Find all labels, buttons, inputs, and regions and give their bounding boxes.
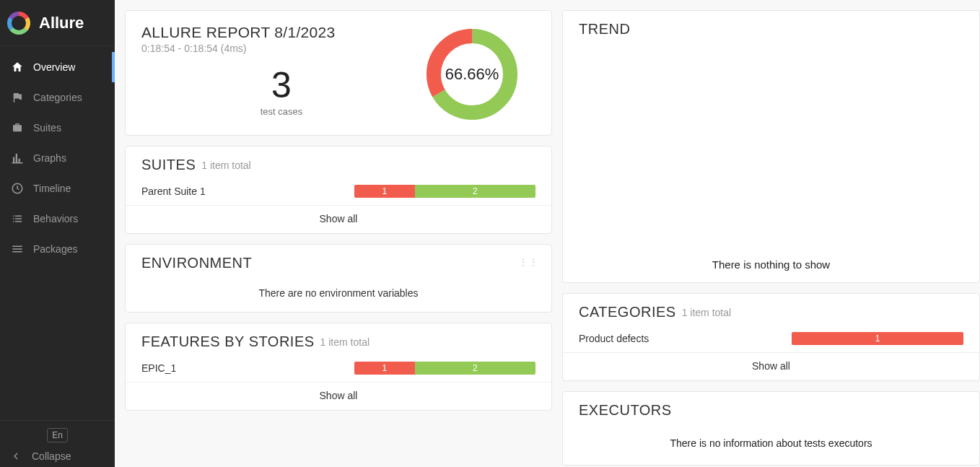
- chevron-left-icon: [9, 450, 23, 463]
- pass-rate-donut: 66.66%: [421, 24, 522, 125]
- executors-empty: There is no information about tests exec…: [563, 424, 979, 465]
- suite-name: Parent Suite 1: [141, 186, 354, 197]
- failed-segment: 1: [354, 185, 415, 198]
- brand[interactable]: Allure: [0, 0, 115, 46]
- executors-title: EXECUTORS: [579, 402, 672, 419]
- feature-name: EPIC_1: [141, 362, 354, 374]
- menu-icon: [10, 242, 25, 256]
- category-row[interactable]: Product defects 1: [563, 326, 979, 352]
- failed-segment: 1: [792, 332, 963, 345]
- home-icon: [10, 60, 25, 74]
- features-panel: FEATURES BY STORIES 1 item total EPIC_1 …: [125, 323, 552, 411]
- sidebar-item-categories[interactable]: Categories: [0, 82, 115, 113]
- suite-status-bar: 1 2: [354, 185, 535, 198]
- feature-status-bar: 1 2: [354, 362, 535, 375]
- features-title: FEATURES BY STORIES: [141, 333, 315, 350]
- suites-show-all[interactable]: Show all: [126, 205, 551, 233]
- environment-empty: There are no environment variables: [126, 277, 551, 312]
- sidebar-item-label: Overview: [33, 61, 75, 73]
- feature-row[interactable]: EPIC_1 1 2: [126, 356, 551, 382]
- features-show-all[interactable]: Show all: [126, 382, 551, 410]
- sidebar-item-overview[interactable]: Overview: [0, 52, 115, 82]
- nav: Overview Categories Suites Graphs: [0, 46, 115, 264]
- environment-panel: ENVIRONMENT ⋮⋮ There are no environment …: [125, 244, 552, 313]
- category-status-bar: 1: [792, 332, 963, 345]
- environment-title: ENVIRONMENT: [141, 255, 252, 271]
- passed-segment: 2: [415, 362, 535, 375]
- trend-empty: There is nothing to show: [712, 258, 830, 271]
- collapse-sidebar[interactable]: Collapse: [9, 450, 106, 463]
- category-name: Product defects: [579, 333, 792, 344]
- clock-icon: [10, 181, 25, 196]
- sidebar-item-packages[interactable]: Packages: [0, 234, 115, 264]
- sidebar-item-label: Graphs: [33, 152, 66, 164]
- brand-name: Allure: [39, 14, 84, 32]
- test-cases-count: 3: [141, 67, 421, 103]
- drag-handle-icon[interactable]: ⋮⋮: [518, 256, 538, 268]
- sidebar-item-suites[interactable]: Suites: [0, 113, 115, 143]
- report-title: ALLURE REPORT 8/1/2023: [141, 24, 421, 41]
- categories-count: 1 item total: [682, 307, 731, 318]
- briefcase-icon: [10, 121, 25, 135]
- failed-segment: 1: [354, 362, 415, 375]
- sidebar-item-label: Categories: [33, 92, 82, 103]
- flag-icon: [10, 90, 25, 105]
- passed-segment: 2: [415, 185, 535, 198]
- test-cases-label: test cases: [141, 106, 421, 117]
- summary-panel: ALLURE REPORT 8/1/2023 0:18:54 - 0:18:54…: [125, 10, 552, 136]
- sidebar-item-graphs[interactable]: Graphs: [0, 143, 115, 173]
- suites-count: 1 item total: [201, 160, 250, 171]
- sidebar-item-label: Packages: [33, 243, 77, 255]
- categories-show-all[interactable]: Show all: [563, 352, 979, 380]
- sidebar: Allure Overview Categories Suites: [0, 0, 115, 467]
- trend-panel: TREND There is nothing to show: [562, 10, 980, 283]
- suites-panel: SUITES 1 item total Parent Suite 1 1 2 S…: [125, 146, 552, 234]
- report-time-range: 0:18:54 - 0:18:54 (4ms): [141, 43, 421, 54]
- main-content: ALLURE REPORT 8/1/2023 0:18:54 - 0:18:54…: [115, 0, 980, 467]
- language-toggle[interactable]: En: [47, 428, 68, 442]
- sidebar-item-behaviors[interactable]: Behaviors: [0, 204, 115, 234]
- sidebar-item-label: Behaviors: [33, 213, 78, 224]
- collapse-label: Collapse: [32, 450, 71, 462]
- suites-title: SUITES: [141, 157, 196, 173]
- categories-panel: CATEGORIES 1 item total Product defects …: [562, 293, 980, 381]
- bar-chart-icon: [10, 151, 25, 165]
- sidebar-item-label: Suites: [33, 122, 61, 134]
- categories-title: CATEGORIES: [579, 304, 676, 320]
- features-count: 1 item total: [320, 336, 369, 348]
- allure-logo-icon: [7, 12, 30, 35]
- sidebar-footer: En Collapse: [0, 420, 115, 467]
- executors-panel: EXECUTORS There is no information about …: [562, 391, 980, 466]
- suite-row[interactable]: Parent Suite 1 1 2: [126, 179, 551, 205]
- trend-title: TREND: [579, 21, 630, 38]
- sidebar-item-timeline[interactable]: Timeline: [0, 173, 115, 204]
- list-icon: [10, 211, 25, 226]
- pass-rate-percent: 66.66%: [421, 24, 522, 125]
- sidebar-item-label: Timeline: [33, 183, 71, 194]
